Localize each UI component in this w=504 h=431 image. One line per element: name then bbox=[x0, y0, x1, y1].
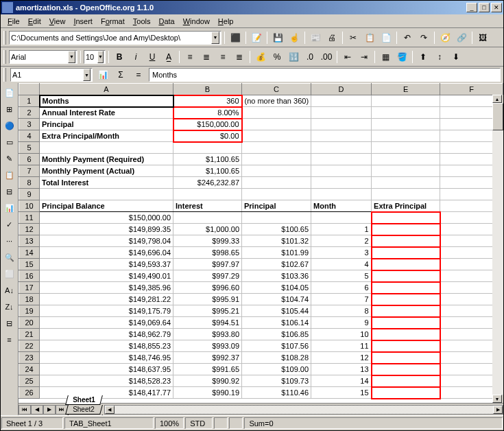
cell[interactable] bbox=[372, 107, 440, 119]
cell[interactable]: $110.46 bbox=[242, 387, 311, 399]
cell[interactable]: $109.73 bbox=[242, 375, 311, 387]
cell[interactable]: $150,000.00 bbox=[40, 212, 173, 224]
cell[interactable]: $149,069.64 bbox=[40, 317, 173, 329]
cell[interactable] bbox=[173, 142, 242, 154]
cell[interactable]: $148,528.23 bbox=[40, 375, 173, 387]
cell[interactable] bbox=[372, 189, 440, 200]
save-icon[interactable]: 💾 bbox=[270, 30, 285, 45]
cell[interactable]: $992.37 bbox=[173, 352, 242, 364]
export-pdf-icon[interactable]: 📰 bbox=[308, 30, 323, 45]
cell[interactable]: 8.00% bbox=[173, 107, 242, 119]
cell[interactable] bbox=[372, 364, 440, 375]
cell[interactable]: Principal Balance bbox=[40, 200, 173, 212]
menu-edit[interactable]: Edit bbox=[24, 16, 45, 27]
cell[interactable] bbox=[242, 177, 311, 189]
cell[interactable]: 1 bbox=[311, 224, 372, 235]
find-icon[interactable]: 🔍 bbox=[3, 251, 16, 264]
sheet-tab-sheet1[interactable]: Sheet1 bbox=[65, 395, 103, 405]
cell[interactable]: 15 bbox=[311, 387, 372, 399]
cell[interactable] bbox=[40, 189, 173, 200]
cell[interactable]: $149,593.37 bbox=[40, 259, 173, 270]
cell[interactable] bbox=[372, 95, 440, 107]
sum-indicator[interactable]: Sum=0 bbox=[244, 417, 503, 429]
cell[interactable] bbox=[372, 270, 440, 282]
menu-data[interactable]: Data bbox=[154, 16, 178, 27]
cell[interactable]: 360 bbox=[173, 95, 242, 107]
print-icon[interactable]: 🖨 bbox=[324, 30, 339, 45]
row-header[interactable]: 7 bbox=[19, 165, 40, 177]
menu-file[interactable]: File bbox=[3, 16, 24, 27]
cell[interactable]: $990.92 bbox=[173, 375, 242, 387]
row-header[interactable]: 11 bbox=[19, 212, 40, 224]
cell[interactable]: $104.05 bbox=[242, 282, 311, 294]
spreadsheet-grid[interactable]: ABCDEF 1Months360(no more than 360)2Annu… bbox=[19, 83, 503, 403]
cell[interactable]: $997.97 bbox=[173, 259, 242, 270]
cell[interactable]: 6 bbox=[311, 282, 372, 294]
cell[interactable]: $149,281.22 bbox=[40, 294, 173, 305]
cell[interactable]: $103.36 bbox=[242, 270, 311, 282]
cell[interactable] bbox=[372, 224, 440, 235]
row-header[interactable]: 23 bbox=[19, 352, 40, 364]
maximize-button[interactable]: □ bbox=[479, 3, 490, 12]
cell[interactable]: $148,417.77 bbox=[40, 387, 173, 399]
cell[interactable]: (no more than 360) bbox=[242, 95, 311, 107]
cell[interactable]: $106.14 bbox=[242, 317, 311, 329]
row-header[interactable]: 18 bbox=[19, 294, 40, 305]
cell[interactable]: $990.19 bbox=[173, 387, 242, 399]
cell[interactable]: $150,000.00 bbox=[173, 119, 242, 130]
cell[interactable] bbox=[372, 375, 440, 387]
sheet-tab-sheet2[interactable]: Sheet2 bbox=[65, 405, 103, 415]
cell[interactable]: $1,100.65 bbox=[173, 154, 242, 165]
currency-button[interactable]: 💰 bbox=[253, 49, 268, 65]
row-header[interactable]: 15 bbox=[19, 259, 40, 270]
row-header[interactable]: 17 bbox=[19, 282, 40, 294]
open-icon[interactable]: ☝ bbox=[287, 30, 302, 45]
autoformat-icon[interactable]: ⊟ bbox=[3, 185, 16, 198]
align-middle-button[interactable]: ↕ bbox=[432, 49, 447, 65]
spellcheck-icon[interactable]: ✓ bbox=[3, 218, 16, 231]
row-header[interactable]: 24 bbox=[19, 364, 40, 375]
row-header[interactable]: 16 bbox=[19, 270, 40, 282]
align-top-button[interactable]: ⬆ bbox=[416, 49, 431, 65]
number-format-button[interactable]: 🔢 bbox=[286, 49, 301, 65]
remove-decimal-button[interactable]: .00 bbox=[319, 49, 334, 65]
cell[interactable] bbox=[311, 212, 372, 224]
row-header[interactable]: 12 bbox=[19, 224, 40, 235]
row-header[interactable]: 26 bbox=[19, 387, 40, 399]
hyperlink-icon[interactable]: 🔗 bbox=[454, 30, 469, 45]
cell[interactable] bbox=[372, 305, 440, 317]
cell[interactable]: $102.67 bbox=[242, 259, 311, 270]
row-header[interactable]: 5 bbox=[19, 142, 40, 154]
cell[interactable]: $997.29 bbox=[173, 270, 242, 282]
cell[interactable]: $105.44 bbox=[242, 305, 311, 317]
column-header-F[interactable]: F bbox=[440, 84, 503, 95]
cell[interactable] bbox=[372, 317, 440, 329]
cell[interactable] bbox=[173, 212, 242, 224]
cell-reference-input[interactable]: ▼ bbox=[10, 68, 93, 82]
cell[interactable]: $995.21 bbox=[173, 305, 242, 317]
cell[interactable]: $993.80 bbox=[173, 329, 242, 340]
stop-icon[interactable]: ⬛ bbox=[228, 30, 243, 45]
cell[interactable]: Interest bbox=[173, 200, 242, 212]
gallery-icon[interactable]: 🖼 bbox=[475, 30, 490, 45]
cell[interactable]: 2 bbox=[311, 235, 372, 247]
cell[interactable] bbox=[242, 142, 311, 154]
navigator-icon[interactable]: 🧭 bbox=[437, 30, 453, 45]
horizontal-scrollbar[interactable]: ◀ ▶ bbox=[104, 405, 503, 415]
cell[interactable] bbox=[372, 247, 440, 259]
cell[interactable]: Extra Principal/Month bbox=[40, 130, 173, 142]
row-header[interactable]: 25 bbox=[19, 375, 40, 387]
row-header[interactable]: 8 bbox=[19, 177, 40, 189]
cell[interactable]: $104.74 bbox=[242, 294, 311, 305]
cell[interactable]: $149,696.04 bbox=[40, 247, 173, 259]
cell[interactable]: 14 bbox=[311, 375, 372, 387]
insert-object-icon[interactable]: 🔵 bbox=[3, 119, 16, 132]
cell[interactable]: 5 bbox=[311, 270, 372, 282]
add-decimal-button[interactable]: .0 bbox=[302, 49, 317, 65]
cell[interactable]: $101.32 bbox=[242, 235, 311, 247]
cell[interactable]: $998.65 bbox=[173, 247, 242, 259]
cell[interactable]: $148,962.79 bbox=[40, 329, 173, 340]
cell[interactable]: Month bbox=[311, 200, 372, 212]
cell[interactable] bbox=[242, 119, 311, 130]
cell[interactable] bbox=[372, 212, 440, 224]
